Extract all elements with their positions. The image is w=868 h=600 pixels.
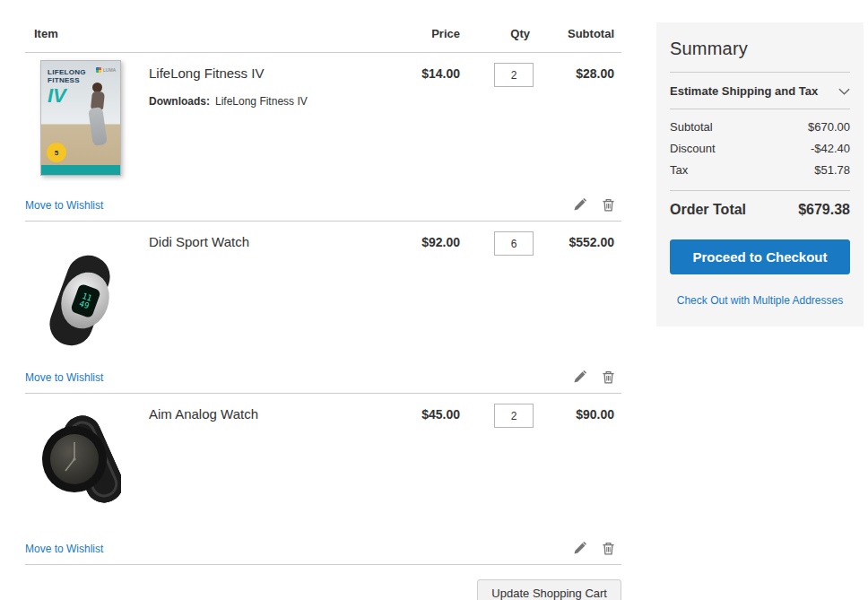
edit-item-icon[interactable]: [573, 370, 586, 384]
order-total-row: Order Total $679.38: [670, 190, 850, 220]
qty-cell: [460, 60, 535, 195]
totals-table: Subtotal $670.00 Discount -$42.40 Tax $5…: [670, 109, 850, 190]
qty-input[interactable]: [494, 404, 534, 428]
summary-title: Summary: [670, 39, 850, 59]
option-label: Downloads:: [149, 95, 210, 108]
tax-value: $51.78: [814, 163, 850, 177]
qty-input[interactable]: [494, 63, 534, 87]
item-subtotal: $28.00: [535, 60, 621, 195]
cart-item-didi-sport-watch: 11 49 Didi Sport Watch $92.00 $552.00 Mo…: [25, 222, 621, 394]
product-name: Didi Sport Watch: [149, 234, 370, 249]
column-header-subtotal: Subtotal: [535, 27, 621, 40]
dvd-iv-text: IV: [48, 84, 66, 108]
product-options: Downloads:LifeLong Fitness IV: [149, 95, 370, 108]
edit-item-icon[interactable]: [573, 198, 586, 212]
product-image-aim-analog-watch: [25, 401, 149, 538]
item-subtotal: $552.00: [535, 229, 621, 367]
item-price: $14.00: [370, 60, 460, 195]
subtotal-value: $670.00: [808, 120, 850, 134]
cart-item-aim-analog-watch: Aim Analog Watch $45.00 $90.00 Move to W…: [25, 394, 621, 565]
item-price: $92.00: [370, 229, 460, 367]
product-image-didi-sport-watch: 11 49: [25, 229, 149, 367]
remove-item-icon[interactable]: [602, 542, 615, 555]
sport-watch-art: 11 49: [40, 252, 121, 349]
item-price: $45.00: [370, 401, 460, 538]
estimate-shipping-toggle[interactable]: Estimate Shipping and Tax: [670, 72, 850, 109]
dvd-title-text: LIFELONG FITNESS: [48, 68, 86, 84]
product-image-lifelong-fitness: LUMA LIFELONG FITNESS IV 5: [25, 60, 149, 195]
dvd-badge: 5: [47, 143, 66, 162]
column-header-price: Price: [370, 27, 460, 40]
item-subtotal: $90.00: [535, 401, 621, 538]
discount-row: Discount -$42.40: [670, 138, 850, 160]
order-summary-panel: Summary Estimate Shipping and Tax Subtot…: [656, 22, 864, 326]
column-header-qty: Qty: [460, 27, 535, 40]
product-name: Aim Analog Watch: [149, 406, 370, 422]
luma-logo: LUMA: [96, 67, 116, 73]
cart-table-header: Item Price Qty Subtotal: [25, 27, 621, 53]
move-to-wishlist-link[interactable]: Move to Wishlist: [25, 199, 103, 212]
order-total-value: $679.38: [798, 202, 850, 218]
proceed-to-checkout-button[interactable]: Proceed to Checkout: [670, 239, 850, 274]
subtotal-row: Subtotal $670.00: [670, 117, 850, 138]
tax-row: Tax $51.78: [670, 160, 850, 181]
shopping-cart-table: Item Price Qty Subtotal LUMA LIFELONG FI…: [25, 27, 621, 600]
qty-cell: [460, 229, 535, 367]
option-value: LifeLong Fitness IV: [215, 95, 308, 108]
qty-cell: [460, 401, 535, 538]
product-name: LifeLong Fitness IV: [149, 65, 370, 81]
update-shopping-cart-button[interactable]: Update Shopping Cart: [477, 579, 621, 600]
qty-input[interactable]: [494, 231, 534, 256]
discount-value: -$42.40: [811, 142, 850, 155]
column-header-item: Item: [25, 27, 370, 40]
dvd-bottom-strip: [41, 165, 120, 175]
move-to-wishlist-link[interactable]: Move to Wishlist: [25, 371, 103, 384]
dvd-cover-art: LUMA LIFELONG FITNESS IV 5: [40, 60, 121, 176]
edit-item-icon[interactable]: [573, 542, 586, 555]
watch-hands: [50, 434, 99, 484]
remove-item-icon[interactable]: [602, 370, 615, 384]
move-to-wishlist-link[interactable]: Move to Wishlist: [25, 543, 103, 555]
multiple-addresses-link[interactable]: Check Out with Multiple Addresses: [670, 294, 850, 307]
cart-item-lifelong-fitness: LUMA LIFELONG FITNESS IV 5 LifeLong Fitn…: [25, 53, 621, 222]
chevron-down-icon: [838, 83, 850, 99]
remove-item-icon[interactable]: [602, 198, 615, 212]
analog-watch-art: [40, 410, 121, 509]
luma-logo-mark: [96, 67, 101, 73]
